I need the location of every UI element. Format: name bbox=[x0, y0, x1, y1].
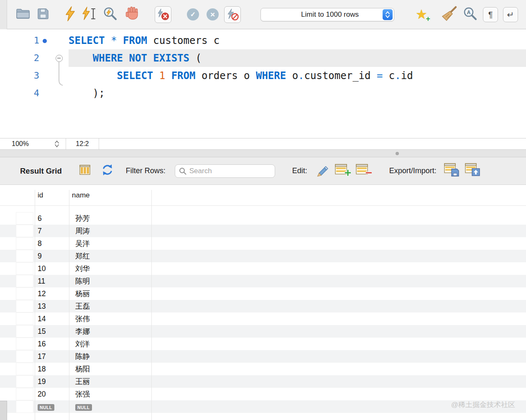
table-row[interactable]: 17陈静 bbox=[0, 350, 526, 363]
import-button[interactable] bbox=[465, 163, 481, 179]
find-in-editor-button[interactable]: A bbox=[463, 7, 477, 23]
table-row[interactable]: 6孙芳 bbox=[0, 212, 526, 225]
edit-record-button[interactable] bbox=[316, 163, 329, 179]
row-select-handle[interactable] bbox=[16, 212, 33, 225]
editor-line[interactable]: 1SELECT * FROM customers c bbox=[0, 32, 526, 49]
toggle-stop-on-error-button[interactable] bbox=[155, 6, 171, 23]
cell-name[interactable]: NULL bbox=[69, 402, 151, 411]
cell-name[interactable]: 王磊 bbox=[69, 301, 151, 311]
cell-id[interactable]: 16 bbox=[35, 340, 69, 348]
row-header[interactable] bbox=[0, 363, 35, 375]
row-header[interactable] bbox=[0, 388, 35, 400]
delete-row-button[interactable] bbox=[356, 163, 372, 179]
cell-id[interactable]: 10 bbox=[35, 264, 69, 273]
cell-id[interactable]: 9 bbox=[35, 252, 69, 261]
refresh-button[interactable] bbox=[101, 164, 114, 178]
table-row[interactable]: 9郑红 bbox=[0, 250, 526, 262]
row-header[interactable] bbox=[0, 300, 35, 312]
row-select-handle[interactable] bbox=[16, 237, 33, 250]
row-select-handle[interactable] bbox=[16, 325, 33, 338]
beautify-sql-button[interactable] bbox=[441, 5, 457, 24]
table-row[interactable]: 16刘洋 bbox=[0, 338, 526, 350]
cell-id[interactable]: 19 bbox=[35, 377, 69, 386]
cell-name[interactable]: 杨阳 bbox=[69, 364, 151, 374]
execute-button[interactable] bbox=[65, 6, 75, 23]
cell-name[interactable]: 张伟 bbox=[69, 314, 151, 324]
row-select-handle[interactable] bbox=[16, 388, 33, 400]
table-row[interactable]: NULLNULL bbox=[0, 400, 526, 413]
cell-id[interactable]: 12 bbox=[35, 289, 69, 298]
code-text[interactable]: SELECT * FROM customers c bbox=[69, 32, 526, 49]
code-text[interactable]: ); bbox=[69, 85, 526, 102]
table-row[interactable]: 12杨丽 bbox=[0, 287, 526, 300]
sql-editor[interactable]: 1SELECT * FROM customers c2 WHERE NOT EX… bbox=[0, 29, 526, 138]
zoom-stepper[interactable] bbox=[54, 140, 60, 148]
toggle-autocommit-button[interactable] bbox=[224, 6, 241, 23]
table-row[interactable]: 11陈明 bbox=[0, 275, 526, 287]
cell-id[interactable]: 20 bbox=[35, 390, 69, 399]
cell-name[interactable]: 张强 bbox=[69, 389, 151, 399]
cell-name[interactable]: 陈明 bbox=[69, 276, 151, 286]
fold-collapse-icon[interactable] bbox=[56, 55, 63, 62]
save-script-button[interactable] bbox=[37, 8, 49, 22]
row-header[interactable] bbox=[0, 375, 35, 388]
commit-button[interactable]: ✓ bbox=[187, 8, 199, 20]
row-header[interactable] bbox=[0, 312, 35, 325]
row-select-handle[interactable] bbox=[16, 287, 33, 300]
cell-id[interactable]: 17 bbox=[35, 352, 69, 361]
toggle-invisibles-button[interactable]: ¶ bbox=[483, 7, 498, 22]
cell-name[interactable]: 陈静 bbox=[69, 351, 151, 361]
open-script-button[interactable] bbox=[16, 8, 30, 21]
cell-name[interactable]: 刘洋 bbox=[69, 339, 151, 349]
cell-name[interactable]: 孙芳 bbox=[69, 213, 151, 223]
row-select-handle[interactable] bbox=[16, 350, 33, 363]
table-row[interactable]: 8吴洋 bbox=[0, 237, 526, 250]
code-text[interactable]: SELECT 1 FROM orders o WHERE o.customer_… bbox=[69, 67, 526, 85]
row-header[interactable] bbox=[0, 237, 35, 250]
cell-name[interactable]: 李娜 bbox=[69, 326, 151, 336]
cell-name[interactable]: 郑红 bbox=[69, 251, 151, 261]
row-select-handle[interactable] bbox=[16, 225, 33, 237]
code-text[interactable]: WHERE NOT EXISTS ( bbox=[69, 49, 526, 67]
fold-marker-column[interactable] bbox=[50, 49, 69, 67]
row-header[interactable] bbox=[0, 338, 35, 350]
pane-splitter[interactable] bbox=[0, 150, 526, 157]
cell-id[interactable]: NULL bbox=[35, 402, 69, 411]
row-select-handle[interactable] bbox=[16, 400, 33, 413]
execute-current-statement-button[interactable] bbox=[82, 6, 96, 23]
insert-row-button[interactable] bbox=[335, 163, 351, 179]
table-row[interactable]: 13王磊 bbox=[0, 300, 526, 312]
cell-id[interactable]: 6 bbox=[35, 214, 69, 223]
editor-line[interactable]: 2 WHERE NOT EXISTS ( bbox=[0, 49, 526, 67]
column-header-name[interactable]: name bbox=[72, 191, 90, 200]
cell-id[interactable]: 13 bbox=[35, 302, 69, 311]
row-select-handle[interactable] bbox=[16, 338, 33, 350]
row-header[interactable] bbox=[0, 212, 35, 225]
table-row[interactable]: 15李娜 bbox=[0, 325, 526, 338]
stop-query-button[interactable] bbox=[125, 6, 140, 23]
row-header[interactable] bbox=[0, 262, 35, 275]
cell-id[interactable]: 11 bbox=[35, 277, 69, 286]
editor-line[interactable]: 4 ); bbox=[0, 85, 526, 102]
cell-name[interactable]: 周涛 bbox=[69, 226, 151, 236]
toggle-wrap-button[interactable]: ↵ bbox=[503, 7, 518, 22]
cell-id[interactable]: 14 bbox=[35, 315, 69, 323]
row-select-handle[interactable] bbox=[16, 312, 33, 325]
row-select-handle[interactable] bbox=[16, 300, 33, 312]
cell-id[interactable]: 8 bbox=[35, 239, 69, 248]
row-header[interactable] bbox=[0, 250, 35, 262]
row-select-handle[interactable] bbox=[16, 250, 33, 262]
fold-marker-column[interactable] bbox=[50, 32, 69, 49]
cell-name[interactable]: 杨丽 bbox=[69, 289, 151, 299]
explain-button[interactable] bbox=[103, 6, 118, 23]
cell-id[interactable]: 18 bbox=[35, 365, 69, 374]
save-snippet-button[interactable]: ★ + bbox=[414, 7, 429, 23]
export-button[interactable] bbox=[444, 163, 460, 179]
column-header-id[interactable]: id bbox=[38, 191, 43, 200]
fold-marker-column[interactable] bbox=[50, 67, 69, 85]
search-input[interactable] bbox=[175, 164, 275, 178]
row-header[interactable] bbox=[0, 275, 35, 287]
limit-rows-dropdown[interactable]: Limit to 1000 rows bbox=[260, 8, 394, 21]
row-select-handle[interactable] bbox=[16, 275, 33, 287]
row-header[interactable] bbox=[0, 325, 35, 338]
